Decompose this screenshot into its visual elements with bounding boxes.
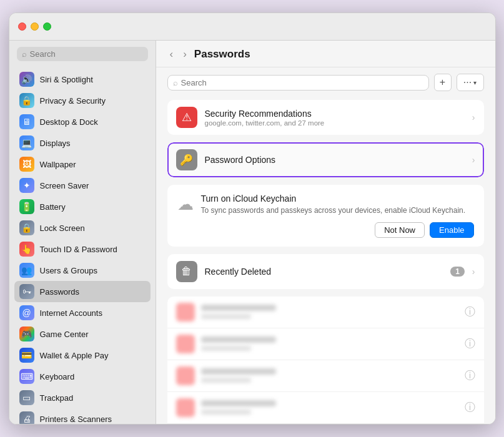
content-area: ⌕ 🔊 Siri & Spotlight 🔒 Privacy & Securit…	[9, 41, 495, 424]
search-bar[interactable]: ⌕	[167, 75, 429, 91]
sidebar-label-trackpad: Trackpad	[40, 393, 74, 403]
pw-info-icon-2[interactable]: ⓘ	[465, 368, 475, 383]
sidebar-search-box[interactable]: ⌕	[17, 47, 148, 61]
close-button[interactable]	[18, 22, 26, 31]
sidebar-item-screensaver[interactable]: ✦ Screen Saver	[14, 175, 151, 196]
pw-details-2	[201, 368, 458, 383]
pw-info-icon-1[interactable]: ⓘ	[465, 336, 475, 351]
cloud-icon: ☁	[177, 195, 194, 214]
sidebar-item-siri[interactable]: 🔊 Siri & Spotlight	[14, 69, 151, 90]
sidebar-list: 🔊 Siri & Spotlight 🔒 Privacy & Security …	[9, 66, 156, 424]
icloud-description: To sync passwords and passkeys across yo…	[201, 205, 474, 216]
sidebar-item-privacy[interactable]: 🔒 Privacy & Security	[14, 90, 151, 111]
pw-info-icon-0[interactable]: ⓘ	[465, 305, 475, 319]
sidebar-item-passwords[interactable]: 🗝 Passwords	[14, 281, 151, 302]
recently-deleted-title: Recently Deleted	[205, 267, 443, 277]
icloud-title: Turn on iCloud Keychain	[201, 194, 474, 204]
more-button[interactable]: ··· ▾	[457, 74, 484, 91]
sidebar-label-desktop: Desktop & Dock	[40, 117, 98, 127]
icloud-keychain-section: ☁ Turn on iCloud Keychain To sync passwo…	[167, 185, 484, 247]
sidebar-icon-privacy: 🔒	[19, 93, 34, 108]
pw-domain-2	[201, 368, 276, 375]
enable-button[interactable]: Enable	[430, 222, 473, 238]
sidebar-item-battery[interactable]: 🔋 Battery	[14, 196, 151, 217]
fullscreen-button[interactable]	[43, 22, 51, 31]
sidebar-item-desktop[interactable]: 🖥 Desktop & Dock	[14, 111, 151, 132]
sidebar-icon-gamecenter: 🎮	[19, 327, 34, 341]
sidebar-search-icon: ⌕	[22, 49, 27, 59]
sidebar-label-wallpaper: Wallpaper	[40, 160, 76, 169]
trash-icon-box: 🗑	[176, 261, 197, 282]
security-recommendations-row[interactable]: ⚠ Security Recommendations google.com, t…	[167, 100, 484, 135]
security-recommendations-text: Security Recommendations google.com, twi…	[205, 109, 465, 127]
pw-details-0	[201, 305, 458, 319]
pw-details-1	[201, 336, 458, 351]
sidebar: ⌕ 🔊 Siri & Spotlight 🔒 Privacy & Securit…	[9, 41, 156, 424]
password-options-text: Password Options	[205, 155, 465, 165]
password-entry-2[interactable]: ⓘ	[167, 360, 484, 392]
sidebar-item-wallet[interactable]: 💳 Wallet & Apple Pay	[14, 345, 151, 366]
pw-details-3	[201, 400, 458, 415]
search-icon: ⌕	[173, 78, 178, 87]
icloud-text: Turn on iCloud Keychain To sync password…	[201, 194, 474, 216]
sidebar-item-users[interactable]: 👥 Users & Groups	[14, 260, 151, 281]
password-options-chevron-icon: ›	[472, 155, 475, 165]
sidebar-label-touchid: Touch ID & Password	[40, 245, 117, 254]
titlebar	[9, 13, 495, 41]
sidebar-search-input[interactable]	[30, 49, 143, 59]
sidebar-item-trackpad[interactable]: ▭ Trackpad	[14, 387, 151, 408]
sidebar-label-passwords: Passwords	[40, 287, 80, 297]
sidebar-icon-screensaver: ✦	[19, 178, 34, 193]
sidebar-label-lockscreen: Lock Screen	[40, 223, 85, 233]
back-button[interactable]: ‹	[167, 47, 176, 62]
sidebar-item-internet[interactable]: @ Internet Accounts	[14, 302, 151, 323]
main-panel: ‹ › Passwords ⌕ + ··· ▾	[156, 41, 495, 424]
not-now-button[interactable]: Not Now	[375, 222, 425, 238]
minimize-button[interactable]	[31, 22, 39, 31]
sidebar-item-wallpaper[interactable]: 🖼 Wallpaper	[14, 154, 151, 175]
sidebar-item-displays[interactable]: 💻 Displays	[14, 132, 151, 154]
sidebar-item-touchid[interactable]: 👆 Touch ID & Password	[14, 238, 151, 260]
sidebar-icon-internet: @	[19, 305, 34, 320]
sidebar-label-displays: Displays	[40, 139, 71, 148]
password-options-row[interactable]: 🔑 Password Options ›	[167, 142, 484, 177]
pw-info-icon-3[interactable]: ⓘ	[465, 400, 475, 415]
search-input[interactable]	[181, 78, 423, 87]
icloud-buttons: Not Now Enable	[177, 222, 474, 238]
recently-deleted-row[interactable]: 🗑 Recently Deleted 1 ›	[167, 254, 484, 289]
password-options-section: 🔑 Password Options ›	[167, 142, 484, 177]
trash-icon: 🗑	[181, 265, 192, 278]
sidebar-item-gamecenter[interactable]: 🎮 Game Center	[14, 323, 151, 345]
forward-button[interactable]: ›	[180, 47, 189, 62]
sidebar-icon-touchid: 👆	[19, 242, 34, 257]
sidebar-icon-passwords: 🗝	[19, 284, 34, 299]
sidebar-label-wallet: Wallet & Apple Pay	[40, 351, 109, 360]
sidebar-icon-users: 👥	[19, 263, 34, 278]
pw-user-0	[201, 314, 251, 319]
sidebar-label-internet: Internet Accounts	[40, 308, 102, 318]
sidebar-item-printers[interactable]: 🖨 Printers & Scanners	[14, 408, 151, 424]
main-window: ⌕ 🔊 Siri & Spotlight 🔒 Privacy & Securit…	[9, 12, 496, 425]
traffic-lights	[18, 22, 51, 31]
password-entry-0[interactable]: ⓘ	[167, 297, 484, 328]
pw-favicon-3	[176, 398, 195, 417]
password-options-icon-box: 🔑	[176, 149, 197, 170]
add-button[interactable]: +	[434, 74, 452, 91]
sidebar-icon-keyboard: ⌨	[19, 369, 34, 384]
pw-user-2	[201, 378, 251, 383]
sidebar-icon-siri: 🔊	[19, 72, 34, 87]
more-chevron-icon: ▾	[473, 79, 477, 86]
sidebar-icon-wallpaper: 🖼	[19, 157, 34, 172]
sidebar-icon-desktop: 🖥	[19, 114, 34, 129]
pw-favicon-0	[176, 303, 195, 322]
sidebar-search-container: ⌕	[9, 41, 156, 66]
password-options-icon: 🔑	[180, 154, 193, 167]
sidebar-item-lockscreen[interactable]: 🔒 Lock Screen	[14, 217, 151, 238]
password-entry-1[interactable]: ⓘ	[167, 328, 484, 360]
password-entry-3[interactable]: ⓘ	[167, 392, 484, 424]
main-header: ‹ › Passwords	[156, 41, 495, 67]
pw-favicon-1	[176, 335, 195, 353]
sidebar-label-users: Users & Groups	[40, 266, 97, 275]
sidebar-label-gamecenter: Game Center	[40, 330, 89, 339]
sidebar-item-keyboard[interactable]: ⌨ Keyboard	[14, 366, 151, 387]
